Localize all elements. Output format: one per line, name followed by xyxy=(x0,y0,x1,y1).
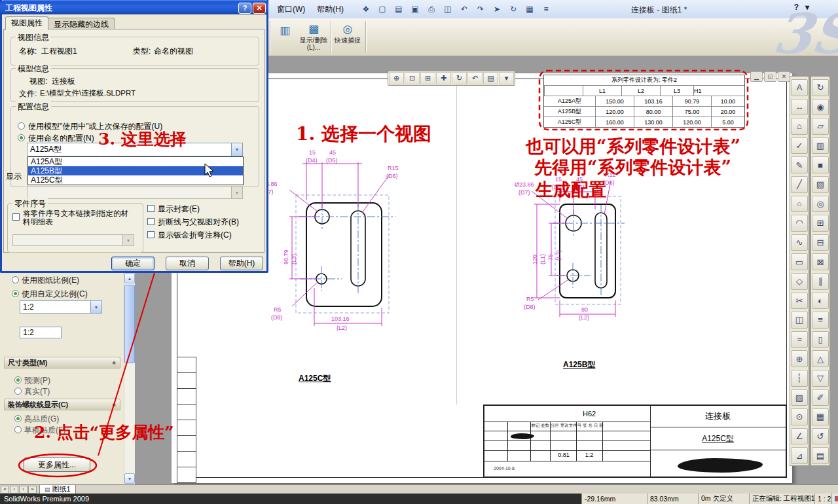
view-tool-icon[interactable]: ↻ xyxy=(452,72,467,84)
drawing-tool-icon[interactable]: ■ xyxy=(812,156,829,173)
dimension-label[interactable]: R5 xyxy=(274,306,282,313)
sheet-scale-radio[interactable] xyxy=(12,276,19,283)
scroll-down-icon[interactable]: ▼ xyxy=(124,473,135,484)
drawing-tool-icon[interactable]: ↔ xyxy=(791,99,808,116)
drawing-tool-icon[interactable]: A xyxy=(791,79,808,96)
chevron-down-icon[interactable]: ▾ xyxy=(805,3,809,12)
drawing-tool-icon[interactable]: ▯ xyxy=(812,331,829,348)
tab-nav-icon[interactable]: » xyxy=(28,486,37,494)
cancel-button[interactable]: 取消 xyxy=(166,257,209,270)
dialog-title-bar[interactable]: 工程视图属性 ? ✕ xyxy=(0,0,268,14)
drawing-tool-icon[interactable]: ⌂ xyxy=(791,118,808,135)
toolbar-icon[interactable]: ▤ xyxy=(392,2,406,16)
more-properties-button[interactable]: 更多属性... xyxy=(24,458,90,472)
quick-snap-button[interactable]: ◎ 快速捕捉 xyxy=(333,22,362,44)
drawing-tool-icon[interactable]: △ xyxy=(812,350,829,367)
toolbar-icon[interactable]: ❖ xyxy=(359,2,373,16)
config-option[interactable]: A125A型 xyxy=(28,157,243,166)
close-icon[interactable]: ✕ xyxy=(253,3,266,14)
ok-button[interactable]: 确定 xyxy=(111,257,155,270)
view-tool-icon[interactable]: ⊕ xyxy=(389,72,404,84)
config-option[interactable]: A125C型 xyxy=(28,175,243,185)
drawing-tool-icon[interactable]: ◇ xyxy=(791,273,808,290)
link-balloon-checkbox[interactable] xyxy=(12,213,20,221)
dimension-label[interactable]: 45 xyxy=(329,149,336,156)
drawing-tool-icon[interactable]: ↻ xyxy=(812,79,829,96)
view-label[interactable]: A125C型 xyxy=(299,373,331,384)
thread-display-header[interactable]: 装饰螺纹线显示(C) « xyxy=(4,399,120,410)
toolbar-icon[interactable]: ≡ xyxy=(539,2,553,16)
dimension-label[interactable]: 90.79 xyxy=(283,249,289,264)
dimension-label[interactable]: Ø23.86 xyxy=(515,181,534,188)
view-palette-button[interactable]: ▥ xyxy=(274,24,296,38)
projected-radio[interactable] xyxy=(14,376,22,384)
menu-item[interactable]: 窗口(W) xyxy=(271,3,311,16)
help-icon[interactable]: ? xyxy=(794,3,799,12)
use-named-config-radio[interactable] xyxy=(18,134,25,141)
toolbar-icon[interactable]: ↶ xyxy=(457,2,471,16)
scale-combo[interactable]: 1:2 xyxy=(20,300,102,314)
show-bend-notes-checkbox[interactable] xyxy=(147,231,155,238)
view-label[interactable]: A125B型 xyxy=(563,359,595,370)
tab-nav-icon[interactable]: › xyxy=(19,486,27,494)
menu-item[interactable]: 帮助(H) xyxy=(311,3,350,16)
use-model-config-radio[interactable] xyxy=(18,122,25,130)
show-delete-button[interactable]: ▩ 显示/删除(L)... xyxy=(298,22,329,51)
drawing-tool-icon[interactable]: ◫ xyxy=(791,312,808,329)
dimension-type-header[interactable]: 尺寸类型(M) « xyxy=(4,357,120,369)
dialog-help-icon[interactable]: ? xyxy=(238,3,251,14)
toolbar-icon[interactable]: ⎙ xyxy=(424,2,439,16)
dimension-label[interactable]: 15 xyxy=(309,149,316,156)
tab-nav-icon[interactable]: ‹ xyxy=(10,486,18,494)
scrollbar-thumb[interactable] xyxy=(124,285,135,363)
draft-quality-radio[interactable] xyxy=(14,426,22,433)
view-tool-icon[interactable]: ▤ xyxy=(483,72,498,84)
design-table[interactable]: 系列零件设计表为: 零件2 L1L2L3H1 A125A型 150.00 103… xyxy=(543,75,745,128)
drawing-tool-icon[interactable]: ≈ xyxy=(791,331,808,348)
drawing-tool-icon[interactable]: ⊟ xyxy=(812,234,829,251)
drawing-tool-icon[interactable]: ▤ xyxy=(812,447,829,464)
drawing-tool-icon[interactable]: ∿ xyxy=(791,234,808,251)
dimension-label[interactable]: 120 xyxy=(532,255,538,264)
toolbar-icon[interactable]: ↻ xyxy=(506,2,520,16)
toolbar-icon[interactable]: ➤ xyxy=(490,2,504,16)
drawing-tool-icon[interactable]: ◉ xyxy=(812,99,829,116)
dropdown-arrow-icon[interactable] xyxy=(231,143,242,156)
drawing-tool-icon[interactable]: ∥ xyxy=(812,273,829,290)
drawing-tool-icon[interactable]: ┆ xyxy=(791,370,808,387)
drawing-tool-icon[interactable]: ▦ xyxy=(812,408,829,425)
drawing-tool-icon[interactable]: ▥ xyxy=(812,137,829,154)
toolbar-icon[interactable]: ▢ xyxy=(375,2,390,16)
drawing-tool-icon[interactable]: ✎ xyxy=(791,156,808,173)
tab-view-properties[interactable]: 视图属性 xyxy=(5,16,48,30)
true-radio[interactable] xyxy=(14,387,22,395)
drawing-tool-icon[interactable]: ▭ xyxy=(791,253,808,270)
drawing-tool-icon[interactable]: ◐ xyxy=(812,293,829,310)
drawing-tool-icon[interactable]: ⊕ xyxy=(791,350,808,367)
dimension-label[interactable]: R15 xyxy=(388,165,399,171)
drawing-tool-icon[interactable]: ▱ xyxy=(812,118,829,135)
scale-input[interactable]: 1:2 xyxy=(20,327,62,338)
dimension-label[interactable]: 75 xyxy=(547,254,554,261)
toolbar-icon[interactable]: ↷ xyxy=(473,2,488,16)
toolbar-icon[interactable]: ▣ xyxy=(408,2,422,16)
drawing-tool-icon[interactable]: ⊠ xyxy=(812,253,829,270)
drawing-tool-icon[interactable]: ▽ xyxy=(812,370,829,387)
toolbar-icon[interactable]: ▦ xyxy=(522,2,537,16)
drawing-tool-icon[interactable]: ╱ xyxy=(791,176,808,193)
drawing-tool-icon[interactable]: ⊿ xyxy=(791,447,808,464)
custom-scale-radio[interactable] xyxy=(12,290,19,297)
config-option-highlighted[interactable]: A125B型 xyxy=(28,166,243,175)
drawing-tool-icon[interactable]: ↺ xyxy=(812,428,829,445)
dimension-label[interactable]: 103.16 xyxy=(331,315,350,322)
drawing-tool-icon[interactable]: ◎ xyxy=(812,196,829,213)
view-tool-icon[interactable]: ⊞ xyxy=(420,72,435,84)
drawing-tool-icon[interactable]: ✐ xyxy=(812,389,829,406)
panel-scrollbar[interactable]: ▲ ▼ xyxy=(124,273,135,484)
dimension-label[interactable]: R5 xyxy=(526,296,534,302)
toolbar-icon[interactable]: ◫ xyxy=(441,2,455,16)
window-control-icon[interactable]: ✕ xyxy=(778,71,790,82)
drawing-tool-icon[interactable]: ▧ xyxy=(812,176,829,193)
display-state-combo[interactable] xyxy=(27,186,243,199)
show-envelope-checkbox[interactable] xyxy=(147,205,155,212)
